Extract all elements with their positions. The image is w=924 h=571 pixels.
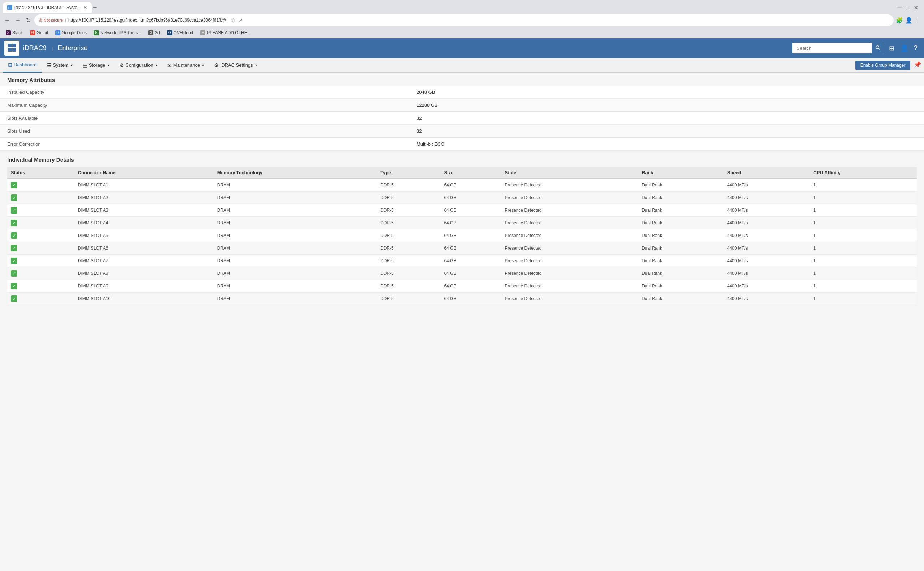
maintenance-icon: ✉ (167, 62, 172, 68)
individual-memory-title: Individual Memory Details (7, 157, 917, 163)
attr-value-installed-capacity: 2048 GB (416, 90, 435, 95)
help-button[interactable]: ? (912, 42, 920, 54)
cell-rank-6: Dual Rank (638, 255, 724, 267)
table-row: ✓ DIMM SLOT A10 DRAM DDR-5 64 GB Presenc… (7, 293, 917, 305)
svg-point-7 (876, 46, 879, 49)
cell-connector-1: DIMM SLOT A2 (74, 191, 214, 204)
bookmark-ovhcloud[interactable]: O OVHcloud (164, 29, 197, 36)
table-header-row: Status Connector Name Memory Technology … (7, 167, 917, 179)
pin-button[interactable]: 📌 (914, 61, 921, 68)
url-separator: | (65, 18, 66, 22)
warning-icon: ⚠ (39, 18, 43, 23)
search-input[interactable] (792, 43, 872, 53)
grid-view-button[interactable]: ⊞ (887, 42, 896, 54)
bookmark-3d[interactable]: 3 3d (145, 29, 163, 36)
url-bar[interactable]: ⚠ Not secure | https://100.67.115.220/re… (34, 14, 894, 26)
share-button[interactable]: ↗ (238, 17, 243, 23)
docs-favicon: D (55, 30, 60, 35)
cell-size-3: 64 GB (440, 217, 501, 229)
bookmark-gmail[interactable]: G Gmail (27, 29, 51, 36)
status-check-icon: ✓ (11, 182, 17, 188)
maximize-button[interactable]: □ (905, 4, 909, 11)
bookmark-button[interactable]: ☆ (231, 17, 236, 23)
cell-status-4: ✓ (7, 229, 74, 242)
bookmark-slack[interactable]: S Slack (3, 29, 26, 36)
table-row: ✓ DIMM SLOT A6 DRAM DDR-5 64 GB Presence… (7, 242, 917, 255)
cell-speed-4: 4400 MT/s (724, 229, 810, 242)
nav-item-storage[interactable]: ▤ Storage ▾ (77, 58, 115, 73)
col-header-type: Type (377, 167, 440, 179)
col-header-connector: Connector Name (74, 167, 214, 179)
nav-item-idrac-settings[interactable]: ⚙ iDRAC Settings ▾ (209, 58, 262, 73)
bookmark-please-add[interactable]: P PLEASE ADD OTHE... (197, 29, 253, 36)
brand-logo: iDRAC9 | Enterprise (4, 41, 87, 56)
cell-status-7: ✓ (7, 267, 74, 280)
enable-group-manager-button[interactable]: Enable Group Manager (856, 60, 911, 70)
cell-connector-2: DIMM SLOT A3 (74, 204, 214, 217)
menu-button[interactable]: ⋮ (915, 16, 921, 24)
col-header-status: Status (7, 167, 74, 179)
bookmark-gmail-label: Gmail (36, 30, 48, 35)
system-icon: ☰ (47, 62, 52, 68)
table-row: ✓ DIMM SLOT A8 DRAM DDR-5 64 GB Presence… (7, 267, 917, 280)
reload-button[interactable]: ↻ (25, 15, 32, 25)
cell-rank-9: Dual Rank (638, 293, 724, 305)
cell-size-9: 64 GB (440, 293, 501, 305)
address-bar: ← → ↻ ⚠ Not secure | https://100.67.115.… (0, 13, 924, 28)
new-tab-button[interactable]: + (93, 4, 97, 12)
tab-close-button[interactable]: ✕ (83, 5, 87, 11)
cell-speed-2: 4400 MT/s (724, 204, 810, 217)
close-button[interactable]: ✕ (913, 4, 918, 11)
brand-edition: Enterprise (58, 44, 87, 52)
back-button[interactable]: ← (3, 15, 12, 25)
gmail-favicon: G (30, 30, 35, 35)
cell-state-2: Presence Detected (501, 204, 638, 217)
nav-item-dashboard[interactable]: ⊞ Dashboard (3, 58, 42, 73)
search-box (792, 43, 884, 53)
cell-speed-5: 4400 MT/s (724, 242, 810, 255)
profile-button[interactable]: 👤 (905, 17, 912, 24)
search-container (792, 43, 884, 53)
nav-item-system[interactable]: ☰ System ▾ (42, 58, 77, 73)
cell-type-2: DDR-5 (377, 204, 440, 217)
cell-status-0: ✓ (7, 179, 74, 191)
nav-item-maintenance[interactable]: ✉ Maintenance ▾ (163, 58, 209, 73)
cell-state-7: Presence Detected (501, 267, 638, 280)
bookmark-google-docs[interactable]: D Google Docs (52, 29, 90, 36)
storage-dropdown-arrow: ▾ (108, 63, 109, 67)
cell-connector-9: DIMM SLOT A10 (74, 293, 214, 305)
cell-rank-3: Dual Rank (638, 217, 724, 229)
attr-value-slots-available: 32 (416, 116, 422, 121)
cell-cpu-3: 1 (809, 217, 917, 229)
extensions-button[interactable]: 🧩 (896, 17, 903, 24)
minimize-button[interactable]: ─ (897, 4, 901, 11)
cell-rank-0: Dual Rank (638, 179, 724, 191)
bookmark-network-ups[interactable]: N Network UPS Tools... (91, 29, 144, 36)
brand-divider: | (52, 45, 53, 51)
cell-state-6: Presence Detected (501, 255, 638, 267)
url-actions: ☆ ↗ (231, 17, 243, 23)
forward-button[interactable]: → (14, 15, 22, 25)
cell-cpu-6: 1 (809, 255, 917, 267)
table-row: ✓ DIMM SLOT A7 DRAM DDR-5 64 GB Presence… (7, 255, 917, 267)
user-button[interactable]: 👤 (898, 42, 910, 54)
attr-label-slots-used: Slots Used (7, 128, 416, 134)
idrac-app: iDRAC9 | Enterprise ⊞ 👤 ? ⊞ (0, 38, 924, 571)
search-button[interactable] (872, 43, 884, 53)
individual-memory-section: Individual Memory Details Status Connect… (0, 151, 924, 305)
attr-value-error-correction: Multi-bit ECC (416, 141, 444, 147)
cell-speed-9: 4400 MT/s (724, 293, 810, 305)
cell-type-9: DDR-5 (377, 293, 440, 305)
nav-label-dashboard: Dashboard (14, 62, 37, 68)
tab-title: idrac-2S461V3 - iDRAC9 - Syste... (14, 5, 81, 10)
cell-cpu-4: 1 (809, 229, 917, 242)
browser-chrome: i idrac-2S461V3 - iDRAC9 - Syste... ✕ + … (0, 0, 924, 38)
attr-row-error-correction: Error Correction Multi-bit ECC (0, 138, 924, 151)
cell-size-6: 64 GB (440, 255, 501, 267)
svg-line-8 (879, 48, 880, 50)
cell-status-6: ✓ (7, 255, 74, 267)
cell-cpu-5: 1 (809, 242, 917, 255)
nav-item-configuration[interactable]: ⚙ Configuration ▾ (115, 58, 163, 73)
active-tab[interactable]: i idrac-2S461V3 - iDRAC9 - Syste... ✕ (3, 2, 92, 13)
ups-favicon: N (94, 30, 99, 35)
